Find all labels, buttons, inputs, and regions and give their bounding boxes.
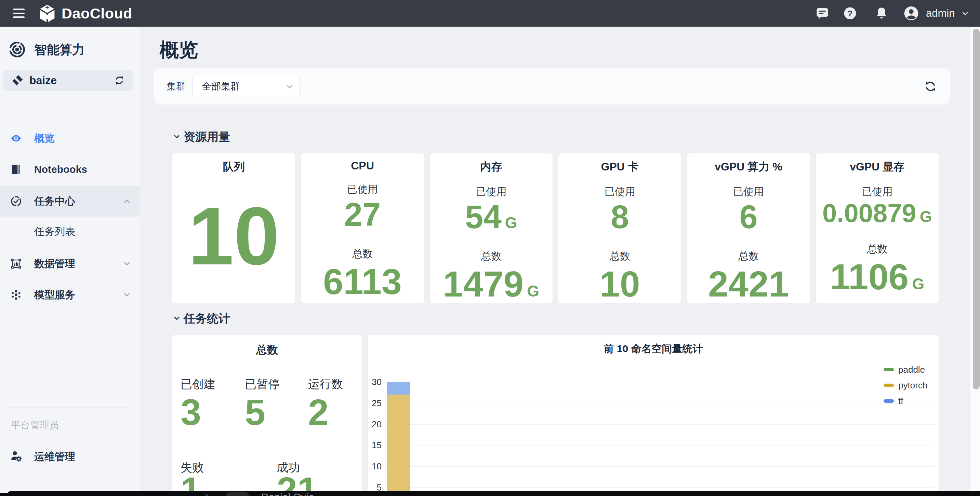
sidebar-item-task-center[interactable]: 任务中心 bbox=[0, 186, 140, 217]
used-label: 已使用 bbox=[816, 185, 939, 199]
used-label: 已使用 bbox=[301, 182, 424, 196]
task-center-icon bbox=[10, 195, 22, 207]
total-label: 总数 bbox=[301, 247, 424, 261]
scrollbar-thumb[interactable] bbox=[973, 29, 980, 390]
main-content: 概览 集群 全部集群 资源用量 队列10CPU已使用27总数6113内存已使用5… bbox=[140, 27, 970, 496]
chevron-right-icon[interactable]: › bbox=[205, 490, 208, 496]
unit-label: G bbox=[912, 275, 924, 293]
card-title: CPU bbox=[301, 160, 424, 172]
resource-card-vgpu-memory: vGPU 显存已使用0.00879G总数1106G bbox=[816, 153, 939, 303]
namespace-chart-card: 前 10 命名空间量统计 30252015105 paddlepytorchtf bbox=[368, 335, 939, 496]
used-label: 已使用 bbox=[687, 185, 810, 199]
stat-value-created: 3 bbox=[181, 394, 201, 431]
module-icon bbox=[8, 41, 25, 58]
switch-workspace-icon[interactable] bbox=[113, 74, 125, 86]
scrollbar-track[interactable] bbox=[970, 27, 980, 496]
legend-label: pytorch bbox=[898, 380, 928, 390]
sidebar-item-label: Notebooks bbox=[34, 163, 87, 176]
resource-card-cpu: CPU已使用27总数6113 bbox=[301, 153, 424, 303]
module-header: 智能算力 bbox=[0, 40, 140, 61]
card-title: 总数 bbox=[172, 342, 362, 358]
cluster-select[interactable]: 全部集群 bbox=[192, 76, 300, 97]
messages-icon[interactable] bbox=[816, 6, 829, 20]
section-title: 资源用量 bbox=[184, 129, 230, 145]
used-label: 已使用 bbox=[558, 185, 681, 199]
notifications-icon[interactable] bbox=[875, 6, 888, 20]
sidebar-item-model-services[interactable]: 模型服务 bbox=[0, 279, 140, 310]
eye-icon bbox=[10, 133, 22, 144]
sidebar: 智能算力 baize 概览Notebooks任务中心任务列表数据管理模型服务 平… bbox=[0, 27, 140, 496]
chart-title: 前 10 命名空间量统计 bbox=[368, 342, 939, 356]
user-menu[interactable]: admin bbox=[926, 0, 955, 27]
total-value: 10 bbox=[558, 265, 681, 303]
resource-card-gpu: GPU 卡已使用8总数10 bbox=[558, 153, 681, 303]
sidebar-item-label: 概览 bbox=[34, 132, 55, 144]
collapse-caret-icon[interactable] bbox=[173, 133, 181, 141]
sidebar-item-task-list[interactable]: 任务列表 bbox=[0, 217, 140, 247]
stat-value-paused: 5 bbox=[245, 394, 265, 431]
refresh-icon[interactable] bbox=[924, 80, 937, 93]
workspace-name: baize bbox=[29, 70, 57, 91]
chevron-up-icon[interactable] bbox=[123, 197, 131, 206]
sidebar-item-data-management[interactable]: 数据管理 bbox=[0, 248, 140, 279]
avatar-icon[interactable] bbox=[904, 5, 919, 21]
legend-swatch bbox=[884, 383, 894, 387]
gridline-30 bbox=[385, 382, 934, 382]
card-title: vGPU 算力 % bbox=[687, 160, 810, 174]
total-label: 总数 bbox=[558, 249, 681, 263]
ops-icon bbox=[10, 450, 22, 463]
collapse-caret-icon[interactable] bbox=[173, 314, 181, 322]
used-value: 54G bbox=[430, 200, 552, 235]
unit-label: G bbox=[920, 208, 932, 225]
chevron-down-icon[interactable] bbox=[123, 259, 131, 268]
bar-segment-tf[interactable] bbox=[387, 382, 410, 395]
chevron-down-icon bbox=[285, 82, 294, 91]
legend-swatch bbox=[884, 399, 894, 403]
bottom-overlay-bar[interactable]: › Daniel Ovia bbox=[7, 491, 980, 496]
used-value: 8 bbox=[558, 200, 681, 235]
y-tick-label: 15 bbox=[368, 441, 382, 450]
hamburger-menu-icon[interactable] bbox=[13, 8, 25, 18]
sidebar-item-notebooks[interactable]: Notebooks bbox=[0, 154, 140, 185]
total-value: 6113 bbox=[301, 262, 424, 301]
gridline-15 bbox=[385, 445, 934, 445]
stat-label-created: 已创建 bbox=[181, 376, 215, 392]
daocloud-logo-icon bbox=[39, 5, 56, 22]
sidebar-item-overview[interactable]: 概览 bbox=[0, 123, 140, 154]
card-title: 内存 bbox=[430, 160, 552, 174]
stat-label-running: 运行数 bbox=[308, 376, 343, 392]
module-title: 智能算力 bbox=[34, 40, 85, 59]
app-window: DaoCloud ? admin 智能算力 bbox=[0, 0, 980, 496]
sidebar-item-label: 运维管理 bbox=[34, 441, 75, 472]
chevron-down-icon[interactable] bbox=[961, 9, 970, 18]
sidebar-item-label: 模型服务 bbox=[34, 288, 75, 301]
total-value: 1479G bbox=[430, 265, 552, 303]
sidebar-item-ops-management[interactable]: 运维管理 bbox=[0, 441, 140, 472]
gridline-20 bbox=[385, 424, 934, 425]
sidebar-item-label: 任务列表 bbox=[34, 225, 75, 238]
cluster-select-value: 全部集群 bbox=[202, 76, 240, 97]
help-icon[interactable]: ? bbox=[843, 6, 857, 20]
svg-text:?: ? bbox=[848, 9, 853, 18]
card-big-value: 10 bbox=[172, 195, 295, 277]
filter-bar: 集群 全部集群 bbox=[154, 68, 950, 105]
unit-label: G bbox=[527, 282, 539, 300]
sidebar-divider bbox=[6, 407, 129, 408]
bar-segment-pytorch[interactable] bbox=[387, 395, 410, 496]
top-bar: DaoCloud ? admin bbox=[0, 0, 980, 27]
section-title: 任务统计 bbox=[184, 311, 230, 326]
y-tick-label: 25 bbox=[368, 399, 382, 407]
unit-label: G bbox=[505, 214, 517, 231]
total-label: 总数 bbox=[816, 242, 939, 256]
page-title: 概览 bbox=[160, 37, 198, 63]
workspace-selector[interactable]: baize bbox=[3, 70, 133, 91]
stat-value-running: 2 bbox=[308, 394, 329, 431]
y-tick-label: 30 bbox=[368, 377, 382, 386]
stat-label-paused: 已暂停 bbox=[245, 376, 280, 392]
y-tick-label: 10 bbox=[368, 462, 382, 471]
task-stats-row: 总数 已创建3已暂停5运行数2失败1成功21 前 10 命名空间量统计 3025… bbox=[172, 335, 939, 496]
chevron-down-icon[interactable] bbox=[123, 290, 131, 299]
card-title: vGPU 显存 bbox=[816, 160, 939, 174]
total-label: 总数 bbox=[430, 249, 552, 263]
used-value: 6 bbox=[687, 200, 810, 235]
